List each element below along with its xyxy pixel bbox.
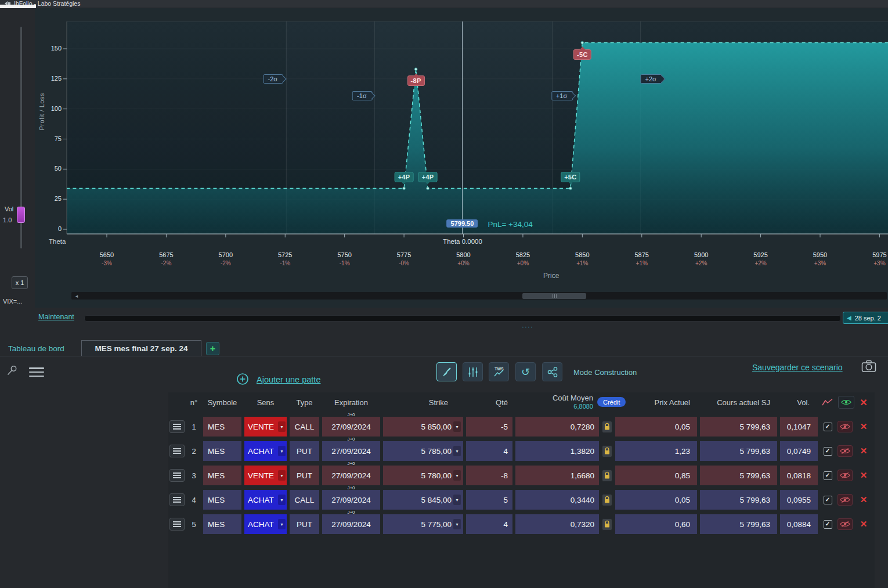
chevron-down-icon[interactable]: ▾ bbox=[278, 446, 286, 456]
leg-marker-badge[interactable]: -5C bbox=[573, 49, 591, 60]
delete-row-button[interactable]: ✕ bbox=[857, 421, 870, 432]
lock-icon[interactable] bbox=[602, 494, 612, 506]
avg-cost-cell[interactable]: 0,7280 bbox=[515, 417, 599, 437]
strike-cell[interactable]: 5 780,00 ▾ bbox=[383, 466, 463, 485]
lock-icon[interactable] bbox=[602, 518, 612, 531]
row-menu-button[interactable] bbox=[169, 493, 185, 506]
strike-cell[interactable]: 5 850,00 ▾ bbox=[383, 417, 463, 437]
lock-icon[interactable] bbox=[602, 445, 612, 457]
pnl-chart[interactable] bbox=[63, 17, 888, 244]
vol-slider-thumb[interactable] bbox=[17, 207, 25, 223]
share-tool-button[interactable] bbox=[542, 362, 562, 381]
row-menu-button[interactable] bbox=[169, 420, 185, 433]
eye-off-icon[interactable] bbox=[838, 421, 853, 432]
side-select[interactable]: ACHAT ▾ bbox=[244, 441, 287, 461]
side-select[interactable]: VENTE ▾ bbox=[244, 417, 287, 437]
adjust-tool-button[interactable] bbox=[463, 362, 483, 381]
quantity-cell[interactable]: 4 bbox=[466, 514, 512, 534]
add-tab-button[interactable]: + bbox=[206, 342, 219, 355]
save-scenario-link[interactable]: Sauvegarder ce scenario bbox=[752, 363, 843, 372]
symbol-cell[interactable]: MES bbox=[203, 417, 241, 437]
chevron-down-icon[interactable]: ▾ bbox=[278, 470, 286, 481]
side-select[interactable]: ACHAT ▾ bbox=[244, 514, 287, 534]
chevron-down-icon[interactable]: ▾ bbox=[453, 495, 461, 505]
symbol-cell[interactable]: MES bbox=[203, 490, 241, 510]
quantity-cell[interactable]: -8 bbox=[466, 466, 512, 485]
chart-hscrollbar-thumb[interactable] bbox=[522, 293, 586, 299]
now-link[interactable]: Maintenant bbox=[38, 313, 74, 321]
prev-date-icon[interactable]: ◀ bbox=[847, 315, 851, 321]
tab-dashboard[interactable]: Tableau de bord bbox=[8, 344, 64, 353]
chevron-down-icon[interactable]: ▾ bbox=[278, 519, 286, 529]
chevron-down-icon[interactable]: ▾ bbox=[453, 421, 461, 432]
checked-checkbox[interactable]: ✓ bbox=[824, 423, 832, 431]
expiration-cell[interactable]: J+0 27/09/2024 bbox=[322, 490, 380, 510]
leg-marker-badge[interactable]: +4P bbox=[395, 172, 414, 182]
menu-icon[interactable] bbox=[29, 367, 44, 377]
header-eye-col[interactable] bbox=[838, 392, 854, 412]
history-tool-button[interactable]: ↺ bbox=[515, 362, 536, 381]
leg-marker-badge[interactable]: -8P bbox=[407, 75, 425, 86]
chevron-down-icon[interactable]: ▾ bbox=[453, 519, 461, 529]
chevron-down-icon[interactable]: ▾ bbox=[278, 421, 286, 432]
checked-checkbox[interactable]: ✓ bbox=[824, 520, 832, 529]
eye-off-icon[interactable] bbox=[838, 518, 853, 530]
strike-cell[interactable]: 5 785,00 ▾ bbox=[383, 441, 463, 461]
add-leg-link[interactable]: Ajouter une patte bbox=[257, 375, 320, 384]
lock-icon[interactable] bbox=[602, 421, 612, 433]
eye-off-icon[interactable] bbox=[838, 494, 853, 506]
multiplier-button[interactable]: x 1 bbox=[12, 276, 28, 289]
delete-row-button[interactable]: ✕ bbox=[857, 519, 870, 529]
side-select[interactable]: VENTE ▾ bbox=[244, 466, 287, 485]
symbol-cell[interactable]: MES bbox=[203, 441, 241, 461]
close-all-icon[interactable]: ✕ bbox=[857, 392, 870, 412]
expiration-cell[interactable]: J+0 27/09/2024 bbox=[322, 417, 380, 437]
type-cell[interactable]: CALL bbox=[290, 490, 319, 510]
quantity-cell[interactable]: -5 bbox=[466, 417, 512, 437]
row-menu-button[interactable] bbox=[169, 445, 185, 457]
expiration-cell[interactable]: J+0 27/09/2024 bbox=[322, 514, 380, 534]
avg-cost-cell[interactable]: 1,3820 bbox=[515, 441, 599, 461]
delete-row-button[interactable]: ✕ bbox=[857, 470, 870, 481]
chevron-down-icon[interactable]: ▾ bbox=[453, 446, 461, 456]
pin-icon[interactable] bbox=[6, 365, 19, 377]
avg-cost-cell[interactable]: 1,6680 bbox=[515, 466, 599, 485]
tws-tool-button[interactable]: TWS bbox=[489, 362, 509, 381]
quantity-cell[interactable]: 5 bbox=[466, 490, 512, 510]
chevron-down-icon[interactable]: ▾ bbox=[278, 495, 286, 505]
credit-badge[interactable]: Crédit bbox=[597, 397, 626, 407]
symbol-cell[interactable]: MES bbox=[203, 514, 241, 534]
date-slider-track[interactable] bbox=[84, 315, 841, 322]
row-menu-button[interactable] bbox=[169, 469, 185, 482]
checked-checkbox[interactable]: ✓ bbox=[824, 471, 832, 480]
delete-row-button[interactable]: ✕ bbox=[857, 446, 870, 456]
chevron-down-icon[interactable]: ▾ bbox=[453, 470, 461, 481]
draw-tool-button[interactable] bbox=[436, 362, 457, 381]
tab-strategy[interactable]: MES mes final 27 sep. 24 bbox=[81, 340, 201, 356]
leg-marker-badge[interactable]: +5C bbox=[561, 172, 580, 182]
side-select[interactable]: ACHAT ▾ bbox=[244, 490, 287, 510]
avg-cost-cell[interactable]: 0,7320 bbox=[515, 514, 599, 534]
add-circle-icon[interactable] bbox=[236, 373, 249, 385]
type-cell[interactable]: PUT bbox=[290, 466, 319, 485]
eye-off-icon[interactable] bbox=[838, 470, 853, 481]
drag-handle-icon[interactable]: ···· bbox=[522, 323, 533, 331]
checked-checkbox[interactable]: ✓ bbox=[824, 496, 832, 504]
delete-row-button[interactable]: ✕ bbox=[857, 495, 870, 505]
camera-icon[interactable] bbox=[861, 360, 876, 373]
lock-icon[interactable] bbox=[602, 470, 612, 482]
chart-hscrollbar[interactable] bbox=[71, 292, 887, 300]
strike-cell[interactable]: 5 775,00 ▾ bbox=[383, 514, 463, 534]
type-cell[interactable]: PUT bbox=[290, 514, 319, 534]
strike-cell[interactable]: 5 845,00 ▾ bbox=[383, 490, 463, 510]
scroll-left-arrow-icon[interactable]: ◂ bbox=[73, 293, 80, 299]
row-menu-button[interactable] bbox=[169, 518, 185, 531]
symbol-cell[interactable]: MES bbox=[203, 466, 241, 485]
checked-checkbox[interactable]: ✓ bbox=[824, 447, 832, 456]
quantity-cell[interactable]: 4 bbox=[466, 441, 512, 461]
eye-icon[interactable] bbox=[838, 396, 854, 409]
expiration-cell[interactable]: J+0 27/09/2024 bbox=[322, 441, 380, 461]
header-spark-col[interactable] bbox=[821, 392, 835, 412]
type-cell[interactable]: PUT bbox=[290, 441, 319, 461]
type-cell[interactable]: CALL bbox=[290, 417, 319, 437]
